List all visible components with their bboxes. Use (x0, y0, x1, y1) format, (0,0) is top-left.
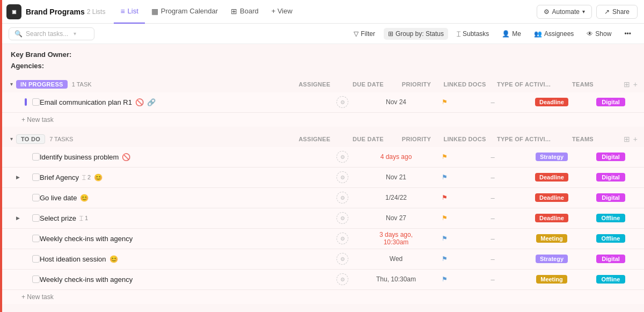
task-name: Go live date 😊 (40, 194, 316, 202)
avatar: ⚙ (336, 151, 348, 163)
task-row[interactable]: Identify business problem 🚫 ⚙ 4 days ago… (0, 147, 644, 168)
task-color-indicator (25, 98, 27, 106)
assignee-cell: ⚙ (316, 233, 369, 244)
section-todo-toggle[interactable]: ▾ (6, 134, 16, 144)
new-task-button-todo[interactable]: + New task (0, 290, 644, 304)
tab-board[interactable]: ⊞ Board (224, 0, 265, 24)
task-row[interactable]: ▶ Brief Agency ⌶ 2 😊 ⚙ Nov (0, 168, 644, 188)
priority-cell: ⚑ (423, 275, 466, 283)
duedate-cell: Wed (369, 255, 423, 263)
expand-btn[interactable]: ▶ (14, 214, 21, 222)
section-inprogress-toggle[interactable]: ▾ (6, 79, 16, 89)
gear-icon: ⚙ (340, 277, 345, 282)
task-row[interactable]: Host ideation session 😊 ⚙ Wed ⚑ (0, 249, 644, 270)
me-icon: 👤 (502, 30, 510, 38)
new-task-button-inprogress[interactable]: + New task (0, 113, 644, 127)
task-name: Host ideation session 😊 (40, 255, 316, 263)
col-header-linkeddocs-todo: LINKED DOCS (438, 136, 492, 142)
task-checkbox[interactable] (32, 255, 40, 263)
filter-button[interactable]: ▽ Filter (349, 28, 379, 40)
col-header-typeofactivity-todo: TYPE OF ACTIVI... (492, 136, 556, 142)
nav-tabs: ≡ List ▦ Program Calendar ⊞ Board + View (114, 0, 536, 24)
search-box[interactable]: 🔍 Search tasks... ▾ (9, 27, 94, 40)
priority-cell: ⚑ (423, 194, 466, 201)
task-checkbox[interactable] (32, 214, 40, 222)
emoji-icon: 😊 (109, 255, 118, 263)
task-row[interactable]: ▶ Select prize ⌶ 1 ⚙ Nov 27 (0, 208, 644, 229)
priority-cell: ⚑ (423, 153, 466, 161)
task-cols: ⚙ Nov 21 ⚑ – Deadline (316, 171, 638, 183)
grid-icon[interactable]: ⊞ (624, 80, 630, 89)
task-color-indicator (25, 153, 27, 161)
col-header-duedate-todo: DUE DATE (341, 136, 395, 142)
expand-btn[interactable] (14, 275, 21, 283)
priority-cell: ⚑ (423, 98, 466, 106)
assignee-cell: ⚙ (316, 273, 369, 285)
linkeddocs-cell: – (466, 235, 519, 243)
assignee-cell: ⚙ (316, 171, 369, 183)
task-row[interactable]: Go live date 😊 ⚙ 1/24/22 ⚑ (0, 188, 644, 208)
subtask-count: ⌶ 2 (82, 174, 91, 180)
subtasks-button[interactable]: ⌶ Subtasks (452, 28, 493, 40)
task-row[interactable]: Weekly check-ins with agency ⚙ 3 days ag… (0, 229, 644, 249)
avatar: ⚙ (336, 212, 348, 224)
typeofactivity-cell: Deadline (519, 173, 584, 182)
expand-btn[interactable] (14, 255, 21, 263)
task-cols: ⚙ Wed ⚑ – Strategy (316, 253, 638, 265)
priority-flag-icon: ⚑ (442, 255, 448, 263)
assignees-button[interactable]: 👥 Assignees (530, 28, 578, 40)
tab-list[interactable]: ≡ List (114, 0, 144, 24)
task-checkbox[interactable] (32, 235, 40, 242)
show-button[interactable]: 👁 Show (582, 28, 616, 40)
duedate-cell: Nov 21 (369, 173, 423, 181)
status-badge-todo: TO DO (16, 134, 45, 144)
board-icon: ⊞ (231, 7, 237, 16)
task-checkbox[interactable] (32, 98, 40, 106)
task-color-indicator (25, 275, 27, 283)
task-cols: ⚙ Nov 27 ⚑ – Deadline (316, 212, 638, 224)
task-color-indicator (25, 194, 27, 201)
task-cols: ⚙ 3 days ago, 10:30am ⚑ – Meeting (316, 231, 638, 246)
col-header-assignee-todo: ASSIGNEE (288, 136, 341, 142)
priority-flag-icon: ⚑ (442, 275, 448, 283)
task-checkbox[interactable] (32, 173, 40, 181)
emoji-icon: 😊 (94, 173, 103, 182)
task-row[interactable]: Email communication plan R1 🚫 🔗 ⚙ Nov 24 (0, 92, 644, 113)
task-checkbox[interactable] (32, 194, 40, 201)
automate-button[interactable]: ⚙ Automate ▾ (537, 5, 592, 19)
gear-icon: ⚙ (340, 195, 345, 201)
task-checkbox[interactable] (32, 153, 40, 161)
expand-btn[interactable] (14, 98, 21, 106)
linkeddocs-cell: – (466, 173, 519, 182)
groupby-button[interactable]: ⊞ Group by: Status (384, 28, 448, 40)
status-badge-inprogress: IN PROGRESS (16, 80, 68, 89)
block-icon: 🚫 (135, 98, 144, 106)
task-checkbox[interactable] (32, 275, 40, 283)
expand-btn[interactable] (14, 153, 21, 161)
expand-btn[interactable] (14, 235, 21, 242)
me-button[interactable]: 👤 Me (497, 28, 525, 40)
list-icon: ≡ (120, 7, 125, 16)
grid-icon-todo[interactable]: ⊞ (624, 135, 630, 143)
info-banner: Key Brand Owner: Agencies: (0, 44, 644, 76)
add-column-icon-todo[interactable]: + (633, 135, 638, 143)
col-header-typeofactivity: TYPE OF ACTIVI... (492, 81, 556, 88)
assignee-cell: ⚙ (316, 253, 369, 265)
avatar: ⚙ (336, 192, 348, 204)
typeofactivity-cell: Strategy (519, 153, 584, 161)
add-column-icon[interactable]: + (633, 80, 638, 89)
assignee-cell: ⚙ (316, 192, 369, 204)
task-color-indicator (25, 255, 27, 263)
task-cols: ⚙ 1/24/22 ⚑ – Deadline (316, 192, 638, 204)
expand-btn[interactable] (14, 194, 21, 201)
share-button[interactable]: ↗ Share (596, 5, 638, 19)
tab-add-view[interactable]: + View (265, 0, 299, 24)
col-header-teams-todo: TEAMS (556, 136, 610, 142)
expand-btn[interactable]: ▶ (14, 173, 21, 181)
col-header-priority: PRIORITY (395, 81, 438, 88)
teams-cell: Digital (584, 153, 638, 161)
tab-program-calendar[interactable]: ▦ Program Calendar (145, 0, 224, 24)
more-button[interactable]: ••• (620, 28, 635, 40)
avatar: ⚙ (336, 273, 348, 285)
task-row[interactable]: Weekly check-ins with agency ⚙ Thu, 10:3… (0, 270, 644, 290)
